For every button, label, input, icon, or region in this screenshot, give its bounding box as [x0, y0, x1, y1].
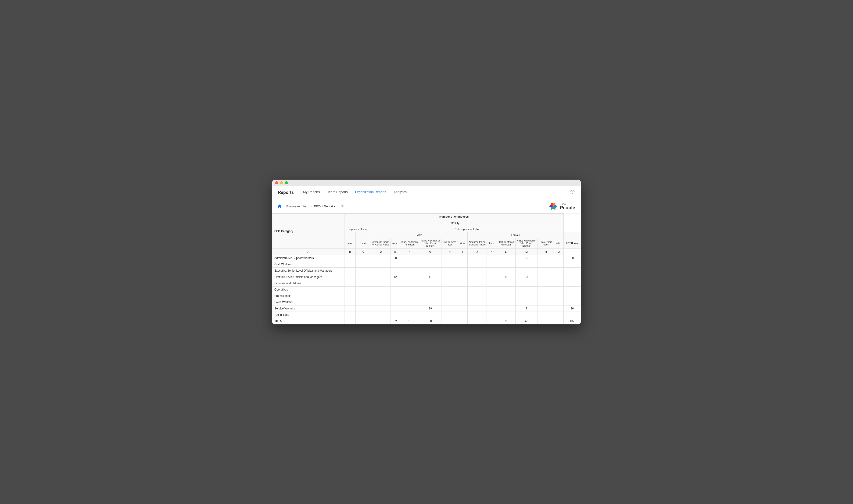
nav-tabs: My Reports Team Reports Organization Rep…: [303, 190, 570, 195]
cell-4-C: [371, 280, 390, 287]
breadcrumb-separator-1: ›: [283, 204, 284, 208]
cell-4-O: [564, 280, 581, 287]
cell-6-K: [496, 293, 516, 299]
table-row: Laborers and Helpers: [273, 280, 581, 287]
cell-1-K: [496, 262, 516, 268]
cell-0-K: [496, 255, 516, 262]
cell-8-G: [441, 305, 458, 312]
cell-8-H: [458, 305, 467, 312]
table-row: Professionals: [273, 293, 581, 299]
cell-2-F: [419, 268, 441, 274]
cell-9-F: [419, 312, 441, 318]
cell-0-C: [371, 255, 390, 262]
cell-10-C: [371, 318, 390, 324]
letter-i: I: [458, 249, 467, 255]
col-header-k: Black or African American: [496, 238, 516, 249]
cell-0-B: [356, 255, 371, 262]
cell-6-J: [487, 293, 496, 299]
tab-organization-reports[interactable]: Organization Reports: [355, 190, 386, 195]
tab-my-reports[interactable]: My Reports: [303, 190, 320, 195]
category-cell-2: Executive/Senior Level Officials and Man…: [273, 268, 345, 274]
cell-5-N: [554, 287, 564, 293]
cell-5-B: [356, 287, 371, 293]
col-header-female: Female: [356, 238, 371, 249]
cell-4-K: [496, 280, 516, 287]
cell-8-K: [496, 305, 516, 312]
table-row: Craft Workers: [273, 262, 581, 268]
eeo-category-header: EEO Category: [273, 214, 345, 249]
cell-5-G: [441, 287, 458, 293]
filter-icon[interactable]: [340, 204, 345, 209]
total-header-spacer: [564, 232, 581, 238]
maximize-button[interactable]: [285, 181, 288, 184]
breadcrumb-eeo-report[interactable]: EEO-1 Report ▾: [314, 204, 335, 208]
cell-9-I: [467, 312, 487, 318]
letter-h: H: [441, 249, 458, 255]
cell-7-N: [554, 299, 564, 305]
cell-3-D: 12: [390, 274, 400, 280]
cell-3-O: 81: [564, 274, 581, 280]
cell-2-N: [554, 268, 564, 274]
cell-10-N: [554, 318, 564, 324]
category-cell-9: Technicians: [273, 312, 345, 318]
cell-2-L: [516, 268, 538, 274]
col-header-l: Native Hawaiian or Other Pacific Islande…: [516, 238, 538, 249]
cell-8-I: [467, 305, 487, 312]
cell-2-I: [467, 268, 487, 274]
cell-1-I: [467, 262, 487, 268]
col-header-c: American Indian or Alaska Native: [371, 238, 390, 249]
close-button[interactable]: [275, 181, 278, 184]
table-row: Service Workers19726: [273, 305, 581, 312]
cell-2-M: [538, 268, 554, 274]
cell-1-B: [356, 262, 371, 268]
breadcrumb-employee-infor[interactable]: Employee Infor...: [286, 204, 309, 208]
app-title: Reports: [278, 190, 294, 195]
cell-2-G: [441, 268, 458, 274]
cell-2-H: [458, 268, 467, 274]
col-header-male: Male: [345, 238, 356, 249]
cell-3-L: 31: [516, 274, 538, 280]
col-header-h: White: [458, 238, 467, 249]
cell-5-L: [516, 287, 538, 293]
col-header-f: Native Hawaiian or Other Pacific Islande…: [419, 238, 441, 249]
cell-6-D: [390, 293, 400, 299]
letter-e: E: [390, 249, 400, 255]
cell-7-D: [390, 299, 400, 305]
female-group-header: Female: [467, 232, 564, 238]
letter-a: A: [273, 249, 345, 255]
cell-1-H: [458, 262, 467, 268]
cell-7-C: [371, 299, 390, 305]
mac-window: Reports My Reports Team Reports Organiza…: [272, 180, 581, 324]
cell-8-D: [390, 305, 400, 312]
cell-3-F: 11: [419, 274, 441, 280]
male-group-header: Male: [371, 232, 467, 238]
cell-0-N: [554, 255, 564, 262]
help-icon[interactable]: ?: [570, 190, 575, 195]
cell-8-C: [371, 305, 390, 312]
home-icon[interactable]: [278, 204, 282, 209]
header-right: ?: [570, 190, 575, 195]
cell-7-A: [345, 299, 356, 305]
minimize-button[interactable]: [280, 181, 283, 184]
eeo-report-table: EEO Category Number of employees Ethnici…: [272, 214, 581, 324]
cell-0-F: [419, 255, 441, 262]
tab-analytics[interactable]: Analytics: [394, 190, 407, 195]
col-header-j: Asian: [487, 238, 496, 249]
table-row: Administrative Support Workers201030: [273, 255, 581, 262]
col-header-n: White: [554, 238, 564, 249]
content-area: EEO Category Number of employees Ethnici…: [272, 214, 581, 324]
cell-8-O: 26: [564, 305, 581, 312]
cell-4-L: [516, 280, 538, 287]
table-row: Sales Workers: [273, 299, 581, 305]
cell-8-E: [400, 305, 419, 312]
cell-7-H: [458, 299, 467, 305]
cell-1-L: [516, 262, 538, 268]
breadcrumb-bar: › Employee Infor... › EEO-1 Report ▾: [272, 199, 581, 214]
tab-team-reports[interactable]: Team Reports: [327, 190, 348, 195]
cell-2-O: [564, 268, 581, 274]
cell-0-O: 30: [564, 255, 581, 262]
cell-3-C: [371, 274, 390, 280]
cell-9-B: [356, 312, 371, 318]
cell-3-G: [441, 274, 458, 280]
category-cell-10: TOTAL: [273, 318, 345, 324]
